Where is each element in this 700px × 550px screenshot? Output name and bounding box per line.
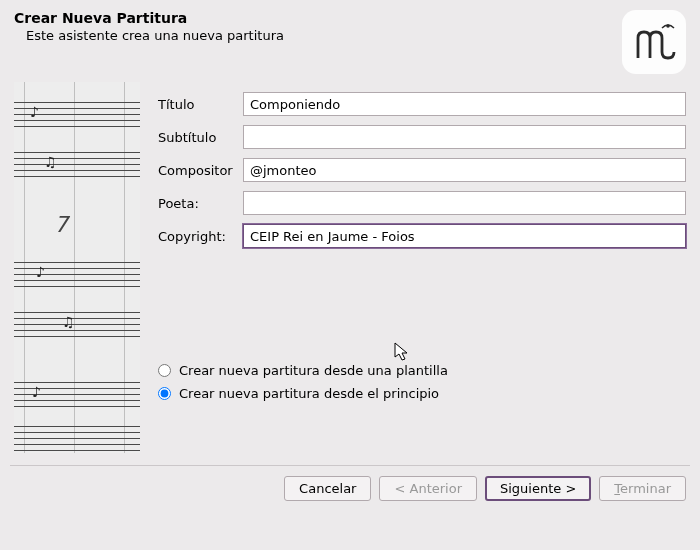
- wizard-subtitle: Este asistente crea una nueva partitura: [14, 26, 284, 43]
- wizard-header: Crear Nueva Partitura Este asistente cre…: [0, 0, 700, 78]
- sidebar-manuscript-image: 7 ♪ ♫ ♪ ♫ ♪: [14, 82, 140, 453]
- composer-label: Compositor: [158, 163, 243, 178]
- wizard-title: Crear Nueva Partitura: [14, 10, 284, 26]
- copyright-input[interactable]: [243, 224, 686, 248]
- musescore-logo-icon: [630, 18, 678, 66]
- composer-input[interactable]: [243, 158, 686, 182]
- subtitle-label: Subtítulo: [158, 130, 243, 145]
- creation-options: Crear nueva partitura desde una plantill…: [158, 363, 686, 401]
- next-button[interactable]: Siguiente >: [485, 476, 591, 501]
- from-scratch-label[interactable]: Crear nueva partitura desde el principio: [179, 386, 439, 401]
- from-scratch-radio[interactable]: [158, 387, 171, 400]
- title-label: Título: [158, 97, 243, 112]
- header-text: Crear Nueva Partitura Este asistente cre…: [14, 10, 284, 43]
- from-template-label[interactable]: Crear nueva partitura desde una plantill…: [179, 363, 448, 378]
- poet-input[interactable]: [243, 191, 686, 215]
- title-input[interactable]: [243, 92, 686, 116]
- finish-button: Terminar: [599, 476, 686, 501]
- wizard-form: Título Subtítulo Compositor Poeta: Copyr…: [158, 82, 686, 453]
- back-button: < Anterior: [379, 476, 477, 501]
- from-template-radio[interactable]: [158, 364, 171, 377]
- footer-separator: [10, 465, 690, 466]
- cancel-button[interactable]: Cancelar: [284, 476, 371, 501]
- wizard-footer: Cancelar < Anterior Siguiente > Terminar: [0, 476, 700, 501]
- app-logo: [622, 10, 686, 74]
- poet-label: Poeta:: [158, 196, 243, 211]
- copyright-label: Copyright:: [158, 229, 243, 244]
- subtitle-input[interactable]: [243, 125, 686, 149]
